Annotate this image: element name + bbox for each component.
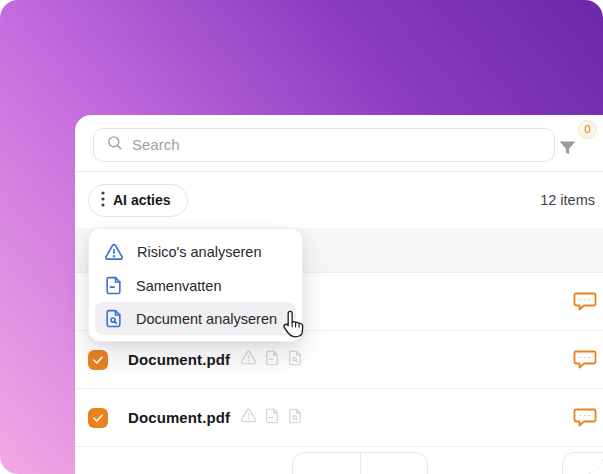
file-search-icon: [287, 408, 303, 428]
ai-actions-label: AI acties: [113, 192, 171, 208]
row-checkbox[interactable]: [88, 408, 108, 428]
actions-row: AI acties 12 items: [75, 172, 603, 228]
search-input[interactable]: Search: [93, 128, 555, 162]
menu-item-label: Risico's analyseren: [137, 244, 261, 260]
row-checkbox[interactable]: [88, 350, 108, 370]
kebab-menu-icon: [101, 191, 105, 210]
file-text-icon: [264, 350, 280, 370]
menu-item-analyze-document[interactable]: Document analyseren: [95, 302, 296, 335]
menu-item-label: Document analyseren: [136, 311, 277, 327]
search-row: Search 0: [75, 115, 603, 172]
menu-item-label: Samenvatten: [136, 278, 221, 294]
pagination-page-button[interactable]: [360, 453, 428, 474]
triangle-alert-icon: [240, 407, 257, 428]
funnel-icon: [557, 138, 578, 163]
pagination-row: [75, 447, 603, 473]
file-text-icon: [104, 276, 123, 295]
file-name: Document.pdf: [128, 409, 230, 426]
triangle-alert-icon: [104, 242, 124, 262]
filter-button[interactable]: 0: [557, 127, 595, 163]
hero-background: Search 0 AI acties 12: [0, 0, 603, 474]
menu-item-summarize[interactable]: Samenvatten: [95, 269, 296, 302]
search-icon: [106, 134, 123, 155]
items-count: 12 items: [540, 192, 595, 208]
pagination-prev-button[interactable]: [293, 453, 360, 474]
ai-actions-button[interactable]: AI acties: [88, 184, 188, 217]
pagination-group[interactable]: [292, 452, 428, 474]
search-placeholder: Search: [132, 136, 180, 153]
menu-item-analyze-risks[interactable]: Risico's analyseren: [95, 235, 296, 269]
comment-button[interactable]: [573, 291, 597, 313]
table-row[interactable]: Document.pdf: [75, 389, 603, 447]
file-text-icon: [264, 408, 280, 428]
file-name: Document.pdf: [128, 351, 230, 368]
file-search-icon: [104, 309, 123, 328]
row-status-icons: [240, 349, 303, 370]
row-status-icons: [240, 407, 303, 428]
comment-button[interactable]: [573, 407, 597, 429]
pagination-next-button[interactable]: [562, 452, 603, 474]
file-search-icon: [287, 350, 303, 370]
ai-actions-dropdown: Risico's analyseren Samenvatten Document…: [88, 228, 303, 342]
triangle-alert-icon: [240, 349, 257, 370]
comment-button[interactable]: [573, 349, 597, 371]
filter-count-badge: 0: [578, 120, 597, 139]
